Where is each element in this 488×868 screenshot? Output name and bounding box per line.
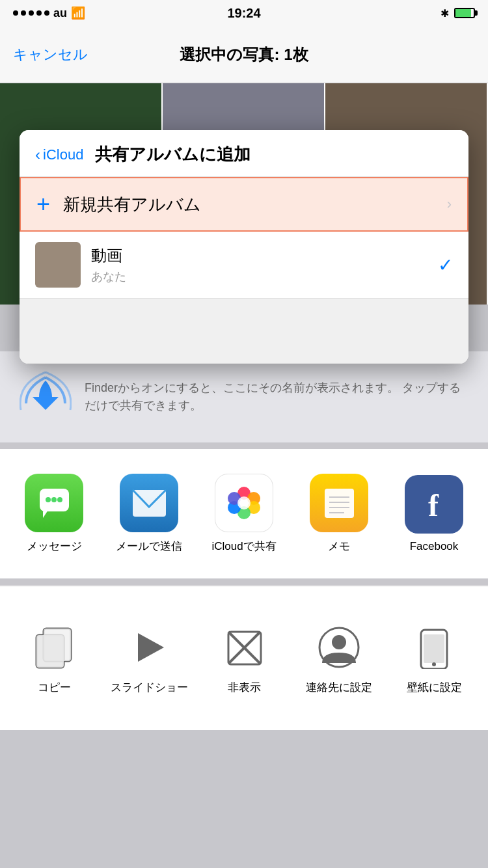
copy-label: コピー — [38, 681, 71, 695]
modal-title: 共有アルバムに追加 — [95, 143, 251, 166]
svg-rect-30 — [424, 634, 444, 663]
app-item-memo[interactable]: メモ — [300, 474, 378, 554]
status-bar: au 📶 19:24 ✱ — [0, 0, 488, 26]
svg-rect-22 — [36, 635, 64, 668]
chevron-right-icon: › — [447, 196, 452, 213]
airdrop-description: Finderからオンにすると、ここにその名前が表示されます。 タップするだけで共… — [85, 379, 468, 414]
hidden-icon — [218, 622, 270, 674]
svg-text:f: f — [428, 488, 439, 522]
wallpaper-icon — [408, 622, 460, 674]
nav-title: 選択中の写真: 1枚 — [180, 44, 308, 65]
wifi-icon: 📶 — [71, 6, 85, 20]
separator-mid — [0, 579, 488, 586]
icloud-label: iCloudで共有 — [211, 539, 276, 554]
memo-label: メモ — [328, 539, 350, 554]
nav-bar: キャンセル 選択中の写真: 1枚 — [0, 26, 488, 83]
modal-header: ‹ iCloud 共有アルバムに追加 — [20, 130, 468, 177]
apps-row: メッセージ メールで送信 — [0, 449, 488, 579]
share-panel: メッセージ メールで送信 — [0, 442, 488, 730]
wallpaper-label: 壁紙に設定 — [407, 681, 462, 695]
app-item-icloud[interactable]: iCloudで共有 — [205, 474, 283, 554]
icloud-back-button[interactable]: ‹ iCloud — [35, 146, 83, 164]
contact-label: 連絡先に設定 — [306, 681, 372, 695]
separator-top — [0, 442, 488, 449]
icloud-back-label: iCloud — [43, 146, 83, 163]
facebook-label: Facebook — [410, 540, 459, 553]
battery-indicator — [454, 8, 475, 18]
memo-icon — [310, 474, 368, 532]
plus-icon: + — [36, 193, 50, 216]
action-item-wallpaper[interactable]: 壁紙に設定 — [395, 622, 473, 695]
mail-label: メールで送信 — [116, 539, 182, 554]
slideshow-label: スライドショー — [111, 681, 188, 695]
app-item-mail[interactable]: メールで送信 — [110, 474, 188, 554]
actions-row: コピー スライドショー 非表示 — [0, 587, 488, 730]
signal-dots — [13, 10, 49, 16]
hidden-label: 非表示 — [228, 681, 261, 695]
app-item-messages[interactable]: メッセージ — [15, 474, 93, 554]
icloud-share-icon — [215, 474, 273, 532]
contact-icon — [313, 622, 365, 674]
new-album-label: 新規共有アルバム — [63, 193, 434, 216]
cancel-button[interactable]: キャンセル — [13, 45, 88, 64]
svg-point-4 — [57, 497, 62, 502]
action-item-hidden[interactable]: 非表示 — [205, 622, 283, 695]
action-item-copy[interactable]: コピー — [15, 622, 93, 695]
app-item-facebook[interactable]: f Facebook — [395, 475, 473, 553]
chevron-left-icon: ‹ — [35, 146, 40, 164]
svg-point-12 — [237, 496, 251, 509]
svg-point-28 — [332, 635, 346, 649]
status-left: au 📶 — [13, 6, 85, 20]
album-info: 動画 あなた — [91, 245, 427, 284]
album-owner: あなた — [91, 269, 427, 284]
status-right: ✱ — [441, 7, 475, 20]
album-thumbnail — [35, 242, 81, 288]
messages-label: メッセージ — [27, 539, 82, 554]
album-name: 動画 — [91, 245, 427, 266]
airdrop-icon — [20, 371, 72, 423]
messages-icon — [25, 474, 83, 532]
action-item-contact[interactable]: 連絡先に設定 — [300, 622, 378, 695]
svg-point-2 — [46, 497, 51, 502]
checkmark-icon: ✓ — [438, 254, 453, 276]
new-album-row[interactable]: + 新規共有アルバム › — [20, 177, 468, 232]
facebook-icon: f — [405, 475, 463, 534]
carrier-label: au — [53, 7, 67, 20]
svg-rect-13 — [325, 489, 354, 518]
bluetooth-icon: ✱ — [441, 7, 449, 20]
icloud-modal: ‹ iCloud 共有アルバムに追加 + 新規共有アルバム › 動画 あなた ✓ — [20, 130, 468, 364]
slideshow-icon — [123, 622, 175, 674]
svg-point-3 — [51, 497, 57, 502]
modal-empty-area — [20, 299, 468, 364]
copy-icon — [28, 622, 80, 674]
album-row[interactable]: 動画 あなた ✓ — [20, 232, 468, 299]
status-time: 19:24 — [227, 6, 260, 21]
action-item-slideshow[interactable]: スライドショー — [110, 622, 188, 695]
airdrop-section: Finderからオンにすると、ここにその名前が表示されます。 タップするだけで共… — [0, 351, 488, 442]
mail-icon — [120, 474, 178, 532]
svg-marker-23 — [138, 633, 164, 662]
svg-point-31 — [432, 662, 436, 666]
